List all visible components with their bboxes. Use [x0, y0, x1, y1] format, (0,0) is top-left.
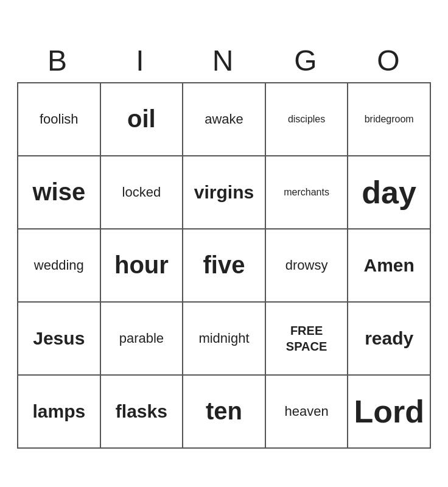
bingo-cell-3-0[interactable]: Jesus	[18, 303, 101, 376]
bingo-cell-3-1[interactable]: parable	[101, 303, 184, 376]
header-letter-i: I	[100, 39, 183, 82]
bingo-header: BINGO	[17, 39, 431, 82]
bingo-cell-4-0[interactable]: lamps	[18, 376, 101, 449]
bingo-card: BINGO foolishoilawakedisciplesbridegroom…	[17, 39, 431, 449]
bingo-cell-3-3[interactable]: FREE SPACE	[266, 303, 349, 376]
bingo-cell-4-4[interactable]: Lord	[348, 376, 431, 449]
bingo-cell-2-2[interactable]: five	[183, 229, 266, 303]
bingo-cell-2-0[interactable]: wedding	[18, 229, 101, 303]
bingo-row-4: lampsflaskstenheavenLord	[18, 376, 431, 449]
bingo-cell-1-2[interactable]: virgins	[183, 156, 266, 229]
header-letter-n: N	[183, 39, 265, 82]
bingo-row-0: foolishoilawakedisciplesbridegroom	[18, 83, 431, 156]
bingo-cell-0-3[interactable]: disciples	[266, 83, 349, 156]
bingo-cell-0-0[interactable]: foolish	[18, 83, 101, 156]
bingo-cell-3-4[interactable]: ready	[348, 303, 431, 376]
bingo-cell-1-0[interactable]: wise	[18, 156, 101, 229]
bingo-cell-0-2[interactable]: awake	[183, 83, 266, 156]
bingo-cell-2-1[interactable]: hour	[101, 229, 184, 303]
bingo-cell-1-3[interactable]: merchants	[266, 156, 349, 229]
bingo-cell-4-3[interactable]: heaven	[266, 376, 349, 449]
bingo-cell-0-1[interactable]: oil	[101, 83, 184, 156]
bingo-grid: foolishoilawakedisciplesbridegroomwiselo…	[17, 82, 431, 449]
bingo-cell-1-4[interactable]: day	[348, 156, 431, 229]
bingo-row-3: JesusparablemidnightFREE SPACEready	[18, 303, 431, 376]
bingo-cell-2-3[interactable]: drowsy	[266, 229, 349, 303]
header-letter-o: O	[348, 39, 431, 82]
bingo-cell-0-4[interactable]: bridegroom	[348, 83, 431, 156]
bingo-row-1: wiselockedvirginsmerchantsday	[18, 156, 431, 229]
bingo-cell-3-2[interactable]: midnight	[183, 303, 266, 376]
bingo-cell-2-4[interactable]: Amen	[348, 229, 431, 303]
bingo-cell-4-1[interactable]: flasks	[101, 376, 184, 449]
bingo-cell-4-2[interactable]: ten	[183, 376, 266, 449]
header-letter-g: G	[265, 39, 348, 82]
header-letter-b: B	[17, 39, 100, 82]
bingo-row-2: weddinghourfivedrowsyAmen	[18, 229, 431, 303]
bingo-cell-1-1[interactable]: locked	[101, 156, 184, 229]
